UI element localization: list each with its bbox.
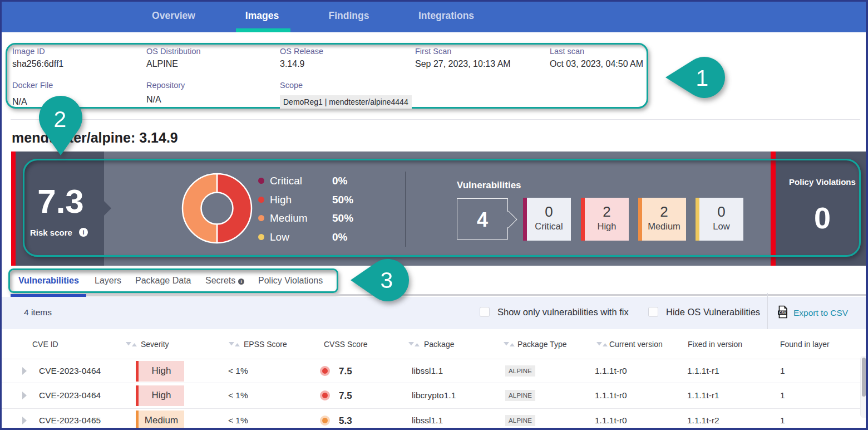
svg-text:1: 1	[696, 65, 709, 91]
svg-text:3: 3	[381, 267, 393, 293]
svg-text:CSV: CSV	[779, 311, 787, 315]
